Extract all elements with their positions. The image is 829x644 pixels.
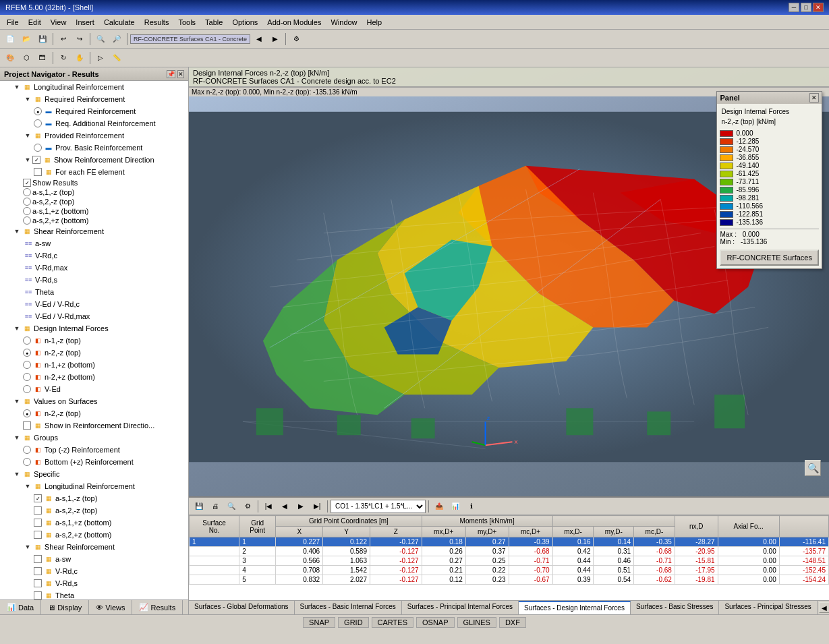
tree-req-additional[interactable]: ▬ Req. Additional Reinforcement: [0, 117, 188, 129]
table-row[interactable]: 50.8322.027-0.1270.120.23-0.670.390.54-0…: [190, 575, 829, 585]
undo-button[interactable]: ↩: [56, 32, 71, 47]
checkbox-spec-as1-bot[interactable]: [34, 519, 42, 527]
checkbox-spec-theta[interactable]: [34, 591, 42, 599]
save-button[interactable]: 💾: [35, 32, 50, 47]
tree-spec-as2-bot[interactable]: ▦ a-s,2,+z (bottom): [0, 529, 188, 541]
status-btn-snap[interactable]: SNAP: [303, 617, 335, 628]
table-row[interactable]: 40.7081.542-0.1270.210.22-0.700.440.51-0…: [190, 566, 829, 575]
radio-n1-top[interactable]: [23, 336, 31, 345]
table-row[interactable]: 30.5661.063-0.1270.270.25-0.710.440.46-0…: [190, 556, 829, 566]
tree-provided-reinforcement[interactable]: ▼ ▦ Provided Reinforcement: [0, 129, 188, 142]
select-button[interactable]: ▷: [93, 51, 108, 65]
viewport[interactable]: Design Internal Forces n-2,-z (top) [kN/…: [189, 67, 829, 496]
tree-spec-long-reinf[interactable]: ▼ ▦ Longitudinal Reinforcement: [0, 480, 188, 492]
settings-button[interactable]: ⚙: [289, 32, 304, 47]
status-btn-cartes[interactable]: CARTES: [372, 617, 413, 628]
redo-button[interactable]: ↪: [72, 32, 87, 47]
tab-item[interactable]: Surfaces - Principal Internal Forces: [402, 601, 519, 614]
status-btn-dxf[interactable]: DXF: [499, 617, 526, 628]
tree-theta[interactable]: ≡≡ Theta: [0, 286, 188, 298]
tree-required-reinforcement-group[interactable]: ▼ ▦ Required Reinforcement: [0, 93, 188, 105]
radio-n2-top[interactable]: [23, 349, 31, 357]
tree-required-reinforcement[interactable]: ▬ Required Reinforcement: [0, 105, 188, 117]
navigator-close-btn[interactable]: ✕: [177, 70, 184, 78]
tree-show-reinf-dir[interactable]: ▦ Show in Reinforcement Directio...: [0, 419, 188, 432]
tree-as1-bot[interactable]: a-s,1,+z (bottom): [0, 206, 188, 216]
wireframe-button[interactable]: ⬡: [19, 51, 34, 65]
tree-groups[interactable]: ▼ ▦ Groups: [0, 432, 188, 444]
menu-item-help[interactable]: Help: [363, 17, 387, 28]
nav-views-tab[interactable]: 👁 Views: [89, 600, 132, 614]
radio-bottom-reinf[interactable]: [23, 458, 31, 466]
checkbox-show-results[interactable]: [23, 179, 31, 187]
measure-button[interactable]: 📏: [109, 51, 124, 65]
radio-req-add[interactable]: [34, 119, 42, 127]
tree-spec-vrdc[interactable]: ▦ V-Rd,c: [0, 565, 188, 577]
rotate-button[interactable]: ↻: [56, 51, 71, 65]
menu-item-window[interactable]: Window: [326, 17, 361, 28]
checkbox-spec-vrds[interactable]: [34, 579, 42, 587]
tree-as2-bot[interactable]: a-s,2,+z (bottom): [0, 216, 188, 225]
tree-vrdmax[interactable]: ≡≡ V-Rd,max: [0, 262, 188, 274]
checkbox-show-dir[interactable]: [32, 156, 40, 164]
tree-vrds[interactable]: ≡≡ V-Rd,s: [0, 274, 188, 286]
radio-as1-top[interactable]: [23, 188, 31, 196]
open-button[interactable]: 📂: [19, 32, 34, 47]
table-save-btn[interactable]: 💾: [192, 499, 206, 514]
checkbox-show-reinf[interactable]: [23, 421, 31, 430]
radio-n2-bot[interactable]: [23, 373, 31, 381]
tree-spec-vrds[interactable]: ▦ V-Rd,s: [0, 577, 188, 589]
tree-spec-theta[interactable]: ▦ Theta: [0, 589, 188, 599]
tree-n1-bot[interactable]: ◧ n-1,+z (bottom): [0, 359, 188, 371]
radio-as1-bot[interactable]: [23, 207, 31, 215]
menu-item-add-on-modules[interactable]: Add-on Modules: [263, 17, 325, 28]
radio-required[interactable]: [34, 107, 42, 115]
table-filter-btn[interactable]: 🔍: [224, 499, 239, 514]
tree-spec-as1-bot[interactable]: ▦ a-s,1,+z (bottom): [0, 517, 188, 529]
table-first-btn[interactable]: |◀: [261, 499, 276, 514]
tree-as1-top[interactable]: a-s,1,-z (top): [0, 187, 188, 197]
menu-item-tools[interactable]: Tools: [174, 17, 200, 28]
tree-prov-basic[interactable]: ▬ Prov. Basic Reinforcement: [0, 142, 188, 154]
render-button[interactable]: 🎨: [3, 51, 18, 65]
zoom-in-button[interactable]: 🔍: [93, 32, 108, 47]
menu-item-view[interactable]: View: [47, 17, 71, 28]
table-info-btn[interactable]: ℹ: [464, 499, 479, 514]
table-row[interactable]: 20.4060.589-0.1270.260.37-0.680.420.31-0…: [190, 547, 829, 556]
radio-as2-bot[interactable]: [23, 216, 31, 225]
tree-longitudinal-reinforcement[interactable]: ▼ ▦ Longitudinal Reinforcement: [0, 81, 188, 93]
view3d-button[interactable]: 🗔: [35, 51, 50, 65]
menu-item-edit[interactable]: Edit: [24, 17, 45, 28]
nav-data-tab[interactable]: 📊 Data: [0, 600, 41, 614]
tab-item[interactable]: Surfaces - Basic Internal Forces: [295, 601, 402, 614]
tree-specific[interactable]: ▼ ▦ Specific: [0, 468, 188, 480]
checkbox-spec-as2[interactable]: [34, 506, 42, 515]
radio-val-n2[interactable]: [23, 409, 31, 417]
nav-results-tab[interactable]: 📈 Results: [132, 600, 183, 614]
tree-as2-top[interactable]: a-s,2,-z (top): [0, 197, 188, 206]
tree-design-forces[interactable]: ▼ ▦ Design Internal Forces: [0, 322, 188, 334]
status-btn-osnap[interactable]: OSNAP: [416, 617, 455, 628]
tree-asw[interactable]: ≡≡ a-sw: [0, 237, 188, 250]
tree-each-fe[interactable]: ▦ For each FE element: [0, 166, 188, 178]
radio-n1-bot[interactable]: [23, 361, 31, 369]
tree-spec-as1-top[interactable]: ▦ a-s,1,-z (top): [0, 492, 188, 504]
radio-ved[interactable]: [23, 385, 31, 393]
tab-item[interactable]: Surfaces - Global Deformations: [189, 601, 295, 614]
checkbox-each-fe[interactable]: [34, 168, 42, 176]
tab-item[interactable]: Surfaces - Design Internal Forces: [519, 601, 631, 614]
table-chart-btn[interactable]: 📊: [448, 499, 463, 514]
pan-button[interactable]: ✋: [72, 51, 87, 65]
table-prev-btn[interactable]: ◀: [277, 499, 292, 514]
menu-item-table[interactable]: Table: [201, 17, 227, 28]
status-btn-glines[interactable]: GLINES: [457, 617, 496, 628]
tree-spec-asw[interactable]: ▦ a-sw: [0, 553, 188, 565]
navigator-pin-btn[interactable]: 📌: [167, 70, 175, 78]
minimize-button[interactable]: ─: [789, 3, 799, 12]
tab-prev-btn[interactable]: ◀: [819, 602, 829, 613]
checkbox-spec-as2-bot[interactable]: [34, 531, 42, 539]
menu-item-insert[interactable]: Insert: [72, 17, 98, 28]
zoom-out-button[interactable]: 🔎: [109, 32, 124, 47]
menu-item-file[interactable]: File: [3, 17, 23, 28]
load-case-selector[interactable]: CO1 - 1.35*LC1 + 1.5*L...: [331, 500, 426, 513]
